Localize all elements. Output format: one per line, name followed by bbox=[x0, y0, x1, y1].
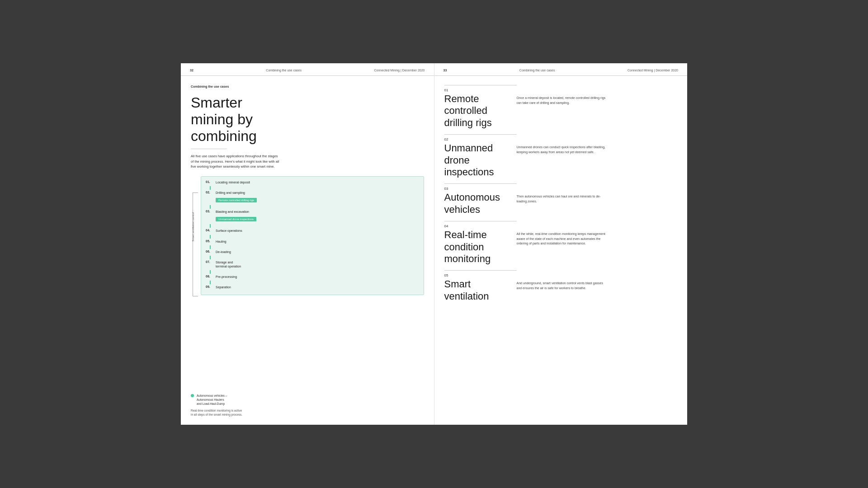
uc-right-03: Then autonomous vehicles can haul ore an… bbox=[517, 183, 678, 216]
process-num-04: 04. bbox=[206, 229, 216, 232]
process-num-02: 02. bbox=[206, 191, 216, 194]
uc-title-04: Real-timeconditionmonitoring bbox=[444, 229, 517, 265]
use-case-01: 01 Remotecontrolleddrilling rigs Once a … bbox=[444, 85, 678, 129]
uc-title-03: Autonomousvehicles bbox=[444, 192, 517, 216]
process-item-02: 02. Drilling and sampling Remote control… bbox=[206, 191, 419, 203]
uc-right-01: Once a mineral deposit is located, remot… bbox=[517, 85, 678, 129]
process-name-09: Separation bbox=[216, 285, 231, 289]
uc-right-02: Unmanned drones can conduct quick inspec… bbox=[517, 134, 678, 178]
uc-divider-05 bbox=[444, 270, 517, 271]
legend-item-av: Autonomous vehicles –Autonomous Haulersa… bbox=[191, 394, 242, 406]
connector-06 bbox=[210, 256, 211, 259]
vertical-label-container: Smart ventilation control bbox=[191, 176, 201, 295]
use-case-05: 05 Smartventilation And underground, sma… bbox=[444, 270, 678, 302]
process-name-06: De-loading bbox=[216, 250, 231, 254]
process-name-08: Pre-processing bbox=[216, 275, 237, 279]
connector-01 bbox=[210, 186, 211, 190]
section-label-header-left: Combining the use cases bbox=[266, 69, 302, 72]
page-right: 33 Combining the use cases Connected Min… bbox=[434, 63, 688, 425]
publication-left: Connected Mining | December 2020 bbox=[374, 69, 425, 72]
legend-dot bbox=[191, 394, 194, 397]
uc-number-05: 05 bbox=[444, 273, 517, 277]
uc-number-01: 01 bbox=[444, 88, 517, 92]
process-name-04: Surface operations bbox=[216, 229, 242, 233]
uc-left-01: 01 Remotecontrolleddrilling rigs bbox=[444, 85, 517, 129]
legend-text: Autonomous vehicles –Autonomous Haulersa… bbox=[197, 394, 227, 406]
connector-02 bbox=[210, 205, 211, 209]
connector-08 bbox=[210, 281, 211, 284]
process-item-05: 05. Hauling bbox=[206, 239, 419, 244]
page-header-right: 33 Combining the use cases Connected Min… bbox=[434, 63, 688, 76]
legend-note: Real-time condition monitoring is active… bbox=[191, 408, 242, 417]
page-content-left: Combining the use cases Smartermining by… bbox=[181, 76, 434, 304]
uc-left-05: 05 Smartventilation bbox=[444, 270, 517, 302]
process-item-06: 06. De-loading bbox=[206, 250, 419, 254]
title-divider bbox=[191, 149, 227, 149]
process-tag-02: Remote controlled drilling rigs bbox=[216, 198, 257, 202]
process-num-06: 06. bbox=[206, 250, 216, 253]
process-name-01: Locating mineral deposit bbox=[216, 180, 250, 184]
use-case-02: 02 Unmanneddroneinspections Unmanned dro… bbox=[444, 134, 678, 178]
uc-divider-04 bbox=[444, 221, 517, 221]
uc-right-04: All the while, real-time condition monit… bbox=[517, 221, 678, 265]
process-item-07: 07. Storage andterminal operation bbox=[206, 260, 419, 268]
process-list: 01. Locating mineral deposit 02. Drillin… bbox=[201, 176, 424, 295]
main-title: Smartermining bycombining bbox=[191, 94, 424, 144]
connector-03 bbox=[210, 224, 211, 228]
uc-title-01: Remotecontrolleddrilling rigs bbox=[444, 93, 517, 129]
publication-right: Connected Mining | December 2020 bbox=[627, 69, 678, 72]
process-item-01: 01. Locating mineral deposit bbox=[206, 180, 419, 184]
process-num-01: 01. bbox=[206, 180, 216, 183]
connector-04 bbox=[210, 235, 211, 239]
use-case-03: 03 Autonomousvehicles Then autonomous ve… bbox=[444, 183, 678, 216]
page-header-left: 32 Combining the use cases Connected Min… bbox=[181, 63, 434, 76]
process-name-07: Storage andterminal operation bbox=[216, 260, 241, 268]
uc-title-05: Smartventilation bbox=[444, 278, 517, 302]
uc-desc-01: Once a mineral deposit is located, remot… bbox=[517, 96, 607, 105]
right-content: 01 Remotecontrolleddrilling rigs Once a … bbox=[434, 76, 688, 311]
uc-left-04: 04 Real-timeconditionmonitoring bbox=[444, 221, 517, 265]
process-num-08: 08. bbox=[206, 275, 216, 278]
process-name-05: Hauling bbox=[216, 239, 226, 244]
process-item-04: 04. Surface operations bbox=[206, 229, 419, 233]
bracket-label: Smart ventilation control bbox=[192, 212, 194, 241]
process-name-03: Blasting and excavation bbox=[216, 210, 256, 214]
section-label-header-right: Combining the use cases bbox=[519, 69, 555, 72]
uc-divider-01 bbox=[444, 85, 517, 85]
uc-right-05: And underground, smart ventilation contr… bbox=[517, 270, 678, 302]
page-number-left: 32 bbox=[190, 69, 193, 72]
uc-number-02: 02 bbox=[444, 137, 517, 141]
process-num-05: 05. bbox=[206, 239, 216, 243]
process-item-09: 09. Separation bbox=[206, 285, 419, 289]
uc-left-03: 03 Autonomousvehicles bbox=[444, 183, 517, 216]
uc-desc-05: And underground, smart ventilation contr… bbox=[517, 281, 607, 291]
uc-divider-03 bbox=[444, 183, 517, 184]
process-num-03: 03. bbox=[206, 210, 216, 213]
process-num-09: 09. bbox=[206, 285, 216, 288]
process-name-02: Drilling and sampling bbox=[216, 191, 257, 195]
use-case-04: 04 Real-timeconditionmonitoring All the … bbox=[444, 221, 678, 265]
uc-left-02: 02 Unmanneddroneinspections bbox=[444, 134, 517, 178]
uc-desc-04: All the while, real-time condition monit… bbox=[517, 232, 607, 246]
process-area: Smart ventilation control 01. Locating m… bbox=[191, 176, 424, 295]
uc-desc-03: Then autonomous vehicles can haul ore an… bbox=[517, 194, 607, 204]
smart-ventilation-bracket bbox=[193, 192, 198, 296]
body-text: All five use cases have applications thr… bbox=[191, 154, 281, 169]
legend: Autonomous vehicles –Autonomous Haulersa… bbox=[191, 394, 242, 417]
uc-divider-02 bbox=[444, 134, 517, 135]
uc-title-02: Unmanneddroneinspections bbox=[444, 142, 517, 178]
process-item-03: 03. Blasting and excavation Unmanned dro… bbox=[206, 210, 419, 222]
uc-number-04: 04 bbox=[444, 224, 517, 228]
uc-number-03: 03 bbox=[444, 187, 517, 191]
process-num-07: 07. bbox=[206, 260, 216, 263]
process-tag-03: Unmanned drone inspections bbox=[216, 217, 256, 221]
section-label-left: Combining the use cases bbox=[191, 85, 424, 88]
uc-desc-02: Unmanned drones can conduct quick inspec… bbox=[517, 145, 607, 155]
process-item-08: 08. Pre-processing bbox=[206, 275, 419, 279]
connector-07 bbox=[210, 270, 211, 274]
connector-05 bbox=[210, 245, 211, 249]
page-left: 32 Combining the use cases Connected Min… bbox=[181, 63, 434, 425]
document-spread: 32 Combining the use cases Connected Min… bbox=[181, 63, 687, 425]
page-number-right: 33 bbox=[443, 69, 447, 72]
